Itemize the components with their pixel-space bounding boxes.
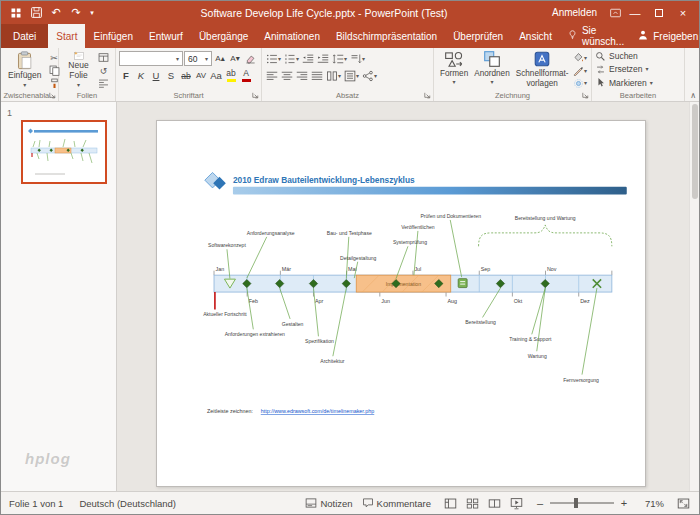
maximize-button[interactable] — [647, 2, 671, 23]
save-button[interactable] — [28, 5, 44, 21]
phase-label: Veröffentlichen — [401, 224, 435, 230]
month-label: Okt — [514, 298, 523, 304]
slide-sorter-icon — [466, 497, 479, 510]
group-clipboard: Einfügen ▾ ✂ Zwischenabla... — [1, 48, 59, 101]
justify-button[interactable] — [310, 69, 324, 83]
signin-button[interactable]: Anmelden — [552, 7, 597, 18]
shape-fill-icon — [573, 52, 584, 63]
fit-slide-button[interactable] — [673, 495, 693, 512]
tab-ansicht[interactable]: Ansicht — [511, 24, 560, 48]
highlight-color-button[interactable]: ab — [224, 69, 238, 83]
drawing-dialog-launcher[interactable] — [581, 91, 590, 100]
shape-outline-button[interactable]: ▾ — [572, 65, 589, 77]
replace-button[interactable]: Ersetzen ▾ — [595, 63, 681, 75]
slide-thumbnail[interactable] — [21, 120, 107, 184]
align-left-button[interactable] — [265, 69, 279, 83]
tellme-box[interactable]: Sie wünsch... — [560, 24, 631, 48]
text-direction-button[interactable]: ▾ — [349, 52, 366, 66]
redo-icon[interactable]: ↷ — [68, 5, 84, 21]
slide-sorter-view-button[interactable] — [462, 495, 482, 512]
slideshow-view-button[interactable] — [506, 495, 526, 512]
zoom-slider[interactable] — [550, 502, 614, 504]
change-case-button[interactable]: Aa — [209, 69, 223, 83]
font-color-button[interactable]: A — [239, 69, 253, 83]
undo-icon[interactable]: ↶ — [48, 5, 64, 21]
zoom-out-button[interactable]: – — [535, 497, 545, 509]
qat-customize-button[interactable]: ▾ — [88, 5, 96, 21]
shapes-icon — [444, 50, 464, 68]
reading-view-button[interactable] — [484, 495, 504, 512]
decrease-indent-button[interactable] — [301, 52, 315, 66]
arrange-icon — [483, 50, 501, 68]
comments-button[interactable]: Kommentare — [362, 497, 431, 509]
tab-einfuegen[interactable]: Einfügen — [85, 24, 140, 48]
strikethrough-button[interactable]: ab — [179, 69, 193, 83]
align-right-button[interactable] — [295, 69, 309, 83]
shrink-font-button[interactable]: A▾ — [228, 52, 242, 66]
columns-button[interactable]: ▾ — [325, 69, 342, 83]
tab-ueberpruefen[interactable]: Überprüfen — [445, 24, 511, 48]
paragraph-dialog-launcher[interactable] — [423, 91, 432, 100]
notes-button[interactable]: Notizen — [305, 497, 352, 509]
line-spacing-button[interactable]: ▾ — [331, 52, 348, 66]
italic-button[interactable]: K — [134, 69, 148, 83]
convert-smartart-button[interactable]: ▾ — [361, 69, 378, 83]
month-label: Mär — [282, 266, 291, 272]
numbering-button[interactable]: ▾ — [283, 52, 300, 66]
find-button[interactable]: Suchen — [595, 50, 681, 62]
zoom-level[interactable]: 71% — [638, 498, 664, 509]
clipboard-dialog-launcher[interactable] — [48, 91, 57, 100]
character-spacing-button[interactable]: AV — [194, 69, 208, 83]
underline-button[interactable]: U — [149, 69, 163, 83]
scrollbar-thumb[interactable] — [692, 104, 698, 199]
tab-bildschirmpraesentation[interactable]: Bildschirmpräsentation — [328, 24, 445, 48]
align-text-button[interactable]: ▾ — [343, 69, 360, 83]
grow-font-button[interactable]: A▴ — [213, 52, 227, 66]
scissors-icon: ✂ — [50, 53, 58, 63]
font-dialog-launcher[interactable] — [251, 91, 260, 100]
bullets-button[interactable]: ▾ — [265, 52, 282, 66]
clear-formatting-button[interactable] — [243, 52, 257, 66]
arrange-button[interactable]: Anordnen ▾ — [471, 50, 513, 89]
close-button[interactable]: × — [671, 2, 695, 23]
new-slide-button[interactable]: Neue Folie ▾ — [62, 50, 95, 89]
zoom-slider-thumb[interactable] — [574, 498, 578, 508]
footer-link[interactable]: http://www.edrawsoft.com/de/timelinemake… — [261, 408, 375, 414]
increase-indent-button[interactable] — [316, 52, 330, 66]
collapse-ribbon-button[interactable]: ∧ — [690, 91, 696, 100]
language-button[interactable]: Deutsch (Deutschland) — [79, 498, 176, 509]
shape-effects-icon — [573, 78, 584, 89]
layout-button[interactable] — [95, 52, 112, 64]
titlebar: ↶ ↷ ▾ Software Develop Life Cycle.pptx -… — [1, 1, 699, 24]
slideshow-icon — [510, 497, 523, 510]
minimize-button[interactable]: — — [623, 2, 647, 23]
vertical-scrollbar[interactable] — [689, 102, 699, 491]
ribbon: Einfügen ▾ ✂ Zwischenabla... — [1, 48, 699, 102]
shape-effects-button[interactable]: ▾ — [572, 77, 589, 89]
quick-styles-button[interactable]: Schnellformat- vorlagen — [513, 50, 572, 89]
phase-label: Systemprüfung — [393, 239, 427, 245]
tab-uebergaenge[interactable]: Übergänge — [191, 24, 256, 48]
font-size-combo[interactable]: 60▾ — [184, 51, 212, 66]
section-button[interactable] — [95, 77, 112, 89]
reset-slide-button[interactable]: ↺ — [95, 65, 112, 77]
slide-canvas[interactable]: 2010 Edraw Bauteilentwicklung-Lebenszykl… — [156, 120, 646, 487]
paste-button[interactable]: Einfügen ▾ — [4, 50, 46, 89]
ribbon-display-options-button[interactable] — [607, 5, 623, 21]
normal-view-button[interactable] — [440, 495, 460, 512]
tab-entwurf[interactable]: Entwurf — [141, 24, 191, 48]
zoom-in-button[interactable]: + — [619, 497, 629, 509]
align-center-button[interactable] — [280, 69, 294, 83]
share-button[interactable]: Freigeben — [631, 24, 700, 48]
maintenance-brace — [479, 225, 612, 246]
shapes-button[interactable]: Formen ▾ — [437, 50, 471, 89]
shape-fill-button[interactable]: ▾ — [572, 52, 589, 64]
tab-start[interactable]: Start — [48, 24, 85, 48]
quick-styles-icon — [533, 50, 551, 68]
tab-animationen[interactable]: Animationen — [256, 24, 328, 48]
font-name-combo[interactable]: ▾ — [119, 51, 183, 66]
bold-button[interactable]: F — [119, 69, 133, 83]
select-button[interactable]: Markieren ▾ — [595, 77, 681, 89]
tab-datei[interactable]: Datei — [1, 24, 48, 48]
text-shadow-button[interactable]: S — [164, 69, 178, 83]
